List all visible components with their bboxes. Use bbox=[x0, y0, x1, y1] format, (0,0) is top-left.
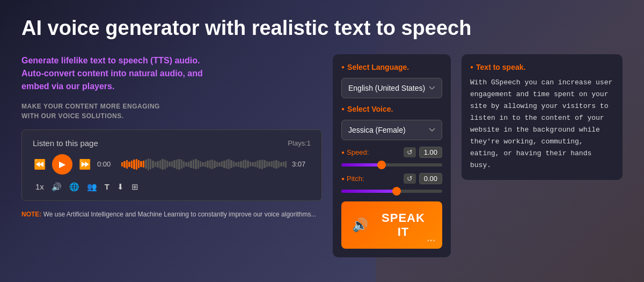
volume-button[interactable]: 🔊 bbox=[52, 182, 62, 192]
speak-it-icon: 🔊 bbox=[352, 218, 369, 233]
speed-thumb[interactable] bbox=[377, 161, 386, 169]
player-header: Listen to this page Plays:1 bbox=[33, 139, 311, 148]
voice-select[interactable]: Jessica (Female) bbox=[341, 120, 442, 140]
waveform-bar bbox=[157, 161, 158, 168]
voice-label: ● Select Voice. bbox=[341, 105, 442, 113]
waveform-bar bbox=[173, 160, 175, 168]
text-to-speak-content[interactable]: With GSpeech you can increase user engag… bbox=[470, 77, 614, 172]
speed-fill bbox=[341, 163, 382, 167]
waveform-bar bbox=[143, 161, 144, 168]
waveform-bar bbox=[121, 162, 123, 167]
tagline: Generate lifelike text to speech (TTS) a… bbox=[21, 54, 322, 93]
waveform-bar bbox=[138, 160, 140, 168]
waveform-bar bbox=[131, 161, 133, 168]
waveform-bar bbox=[230, 160, 232, 168]
waveform-bar bbox=[245, 160, 246, 169]
middle-panel: ● Select Language. English (United State… bbox=[333, 54, 451, 257]
speed-track[interactable] bbox=[341, 163, 442, 167]
fastforward-button[interactable]: ⏩ bbox=[78, 157, 92, 171]
language-select[interactable]: English (United States) bbox=[341, 78, 442, 98]
speak-it-label: SPEAK IT bbox=[375, 211, 431, 239]
waveform-bar bbox=[285, 161, 287, 168]
waveform-bar bbox=[211, 160, 213, 169]
play-button[interactable]: ▶ bbox=[52, 154, 72, 175]
text-area-label: ● Text to speak. bbox=[470, 63, 614, 71]
speed-label: 1x bbox=[35, 182, 44, 191]
waveform-bar bbox=[247, 161, 248, 168]
screen-button[interactable]: ⊞ bbox=[131, 182, 138, 192]
waveform-bar bbox=[202, 162, 203, 167]
waveform-bar bbox=[275, 160, 277, 169]
waveform-bar bbox=[233, 161, 235, 167]
player-controls: ⏪ ▶ ⏩ 0:00 3:07 bbox=[33, 154, 311, 175]
globe-button[interactable]: 🌐 bbox=[69, 182, 79, 192]
waveform-bar bbox=[136, 159, 137, 170]
people-button[interactable]: 👥 bbox=[87, 182, 97, 192]
waveform-bar bbox=[178, 159, 180, 170]
speak-it-button[interactable]: 🔊 SPEAK IT ... bbox=[341, 201, 442, 249]
waveform-bar bbox=[257, 161, 258, 168]
speak-dots: ... bbox=[427, 234, 436, 243]
waveform-bar bbox=[240, 161, 241, 168]
waveform-bar bbox=[261, 160, 263, 169]
waveform-bar bbox=[228, 159, 230, 169]
download-button[interactable]: ⬇ bbox=[117, 182, 124, 192]
play-icon: ▶ bbox=[59, 159, 65, 169]
waveform-bar bbox=[252, 162, 253, 167]
time-end: 3:07 bbox=[292, 160, 311, 168]
waveform-bar bbox=[176, 160, 178, 169]
language-label-text: Select Language. bbox=[347, 63, 409, 71]
waveform-bar bbox=[278, 161, 280, 168]
waveform-bar bbox=[283, 162, 284, 167]
waveform-bar bbox=[207, 161, 208, 168]
text-button[interactable]: T bbox=[105, 182, 109, 191]
waveform-bar bbox=[162, 159, 163, 170]
waveform-bar bbox=[148, 158, 149, 170]
waveform-bar bbox=[193, 160, 194, 169]
player-icon-bar: 1x 🔊 🌐 👥 T ⬇ bbox=[33, 182, 311, 192]
language-label: ● Select Language. bbox=[341, 63, 442, 71]
waveform-bar bbox=[185, 162, 187, 167]
time-start: 0:00 bbox=[97, 160, 116, 168]
waveform-bar bbox=[145, 160, 147, 169]
waveform-bar bbox=[268, 162, 270, 167]
waveform-bar bbox=[150, 159, 151, 169]
waveform-bar bbox=[271, 161, 273, 167]
waveform[interactable] bbox=[121, 158, 287, 171]
rewind-button[interactable]: ⏪ bbox=[33, 157, 47, 171]
sub-tagline: MAKE YOUR CONTENT MORE ENGAGING WITH OUR… bbox=[21, 102, 322, 121]
note-text: NOTE: We use Artificial Intelligence and… bbox=[21, 209, 322, 219]
speed-1x-button[interactable]: 1x bbox=[35, 182, 44, 191]
waveform-bar bbox=[259, 160, 260, 169]
audio-player: Listen to this page Plays:1 ⏪ ▶ ⏩ 0:00 3… bbox=[21, 129, 322, 201]
pitch-track[interactable] bbox=[341, 190, 442, 193]
waveform-bar bbox=[273, 161, 275, 168]
waveform-bar bbox=[164, 160, 166, 169]
speed-controls: ↺ 1.00 bbox=[404, 147, 442, 158]
waveform-bar bbox=[126, 160, 128, 169]
waveform-bar bbox=[221, 161, 223, 167]
globe-icon: 🌐 bbox=[69, 182, 79, 191]
waveform-bar bbox=[190, 161, 192, 168]
waveform-bar bbox=[188, 162, 189, 167]
pitch-section: ● Pitch: ↺ 0.00 bbox=[341, 173, 442, 193]
waveform-bar bbox=[209, 160, 211, 169]
pitch-reset-button[interactable]: ↺ bbox=[404, 173, 416, 184]
waveform-bar bbox=[264, 160, 265, 168]
speed-value: 1.00 bbox=[419, 147, 442, 158]
speed-section: ● Speed: ↺ 1.00 bbox=[341, 147, 442, 167]
speed-label: ● Speed: bbox=[341, 148, 369, 156]
pitch-thumb[interactable] bbox=[392, 187, 401, 196]
text-label-bullet: ● bbox=[470, 64, 473, 70]
waveform-bar bbox=[155, 162, 156, 167]
waveform-bar bbox=[169, 162, 170, 167]
waveform-bar bbox=[250, 162, 251, 167]
speed-reset-button[interactable]: ↺ bbox=[404, 147, 416, 157]
waveform-bar bbox=[195, 159, 196, 169]
waveform-bar bbox=[197, 160, 199, 169]
pitch-label: ● Pitch: bbox=[341, 175, 364, 183]
waveform-bar bbox=[214, 161, 215, 168]
player-title: Listen to this page bbox=[33, 139, 98, 148]
waveform-bar bbox=[280, 162, 282, 167]
waveform-bar bbox=[223, 161, 225, 168]
